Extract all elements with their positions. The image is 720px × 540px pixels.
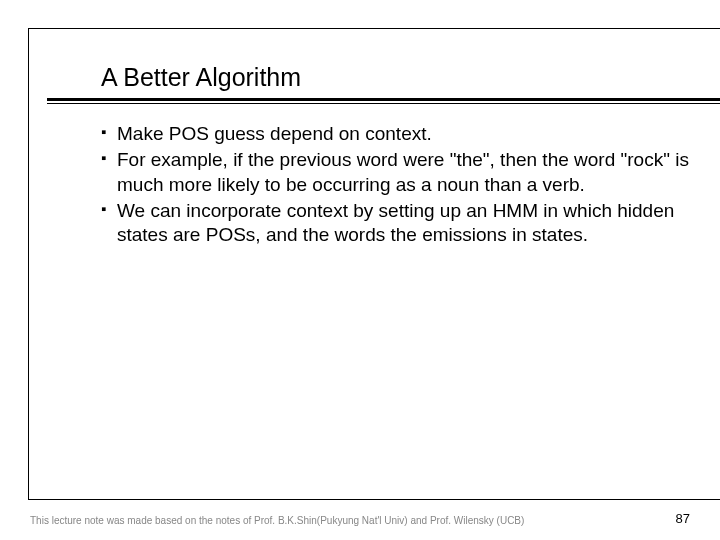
bullet-item: We can incorporate context by setting up…	[101, 199, 720, 248]
footer: This lecture note was made based on the …	[30, 511, 690, 526]
bullet-list: Make POS guess depend on context. For ex…	[99, 122, 720, 248]
page-number: 87	[676, 511, 690, 526]
bullet-item: Make POS guess depend on context.	[101, 122, 720, 146]
slide-title: A Better Algorithm	[99, 63, 720, 92]
footer-note: This lecture note was made based on the …	[30, 515, 524, 526]
title-underline	[47, 98, 720, 104]
slide-frame: A Better Algorithm Make POS guess depend…	[28, 28, 720, 500]
bullet-item: For example, if the previous word were "…	[101, 148, 720, 197]
